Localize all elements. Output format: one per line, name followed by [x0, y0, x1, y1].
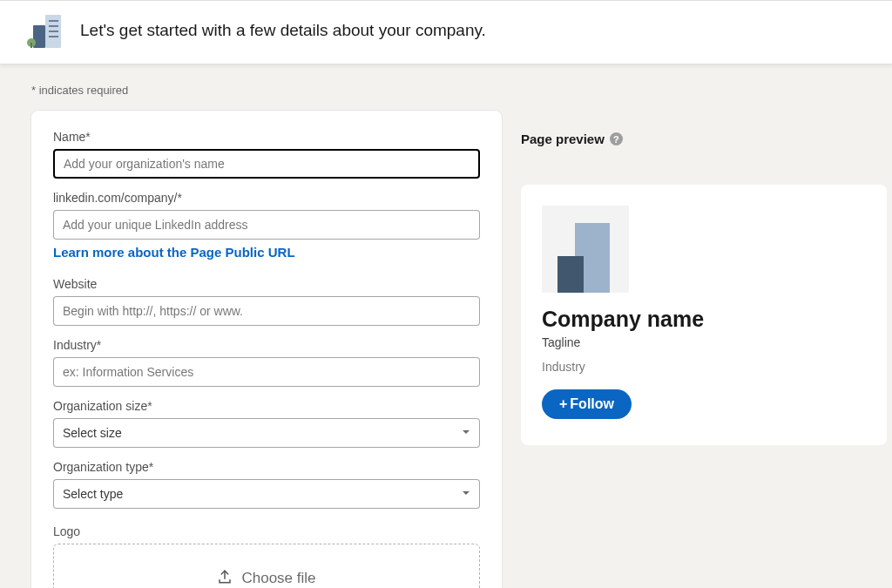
size-label: Organization size*: [53, 399, 480, 413]
url-label: linkedin.com/company/*: [53, 191, 480, 205]
industry-label: Industry*: [53, 338, 480, 352]
field-logo: Logo Choose file: [53, 524, 480, 588]
follow-button[interactable]: + Follow: [542, 389, 632, 419]
svg-rect-7: [30, 43, 32, 48]
preview-industry: Industry: [542, 360, 866, 374]
name-input[interactable]: [53, 149, 480, 179]
logo-upload[interactable]: Choose file: [53, 544, 480, 588]
company-create-icon: [26, 13, 63, 48]
preview-title: Page preview: [521, 132, 605, 146]
industry-input[interactable]: [53, 357, 480, 387]
type-select[interactable]: Select type: [53, 479, 480, 509]
logo-label: Logo: [53, 524, 480, 538]
help-icon[interactable]: ?: [610, 132, 623, 145]
plus-icon: +: [559, 396, 567, 412]
field-website: Website: [53, 277, 480, 326]
upload-icon: [217, 569, 233, 589]
banner-headline: Let's get started with a few details abo…: [80, 21, 486, 40]
preview-column: Page preview ? Company name Tagline Indu…: [521, 111, 892, 445]
top-banner: Let's get started with a few details abo…: [0, 0, 892, 64]
required-note: * indicates required: [31, 84, 892, 97]
field-type: Organization type* Select type: [53, 460, 480, 509]
follow-label: Follow: [570, 396, 614, 412]
size-select[interactable]: Select size: [53, 418, 480, 448]
field-size: Organization size* Select size: [53, 399, 480, 448]
website-input[interactable]: [53, 296, 480, 326]
website-label: Website: [53, 277, 480, 291]
url-input[interactable]: [53, 210, 480, 240]
field-url: linkedin.com/company/* Learn more about …: [53, 191, 480, 265]
form-card: Name* linkedin.com/company/* Learn more …: [31, 111, 502, 588]
field-name: Name*: [53, 130, 480, 179]
field-industry: Industry*: [53, 338, 480, 387]
preview-card: Company name Tagline Industry + Follow: [521, 185, 887, 445]
preview-tagline: Tagline: [542, 335, 866, 349]
logo-placeholder-icon: [542, 206, 629, 293]
size-selected: Select size: [63, 426, 122, 440]
choose-file-label: Choose file: [241, 570, 315, 587]
name-label: Name*: [53, 130, 480, 144]
type-selected: Select type: [63, 487, 123, 501]
public-url-help-link[interactable]: Learn more about the Page Public URL: [53, 245, 295, 260]
preview-company-name: Company name: [542, 307, 866, 332]
type-label: Organization type*: [53, 460, 480, 474]
